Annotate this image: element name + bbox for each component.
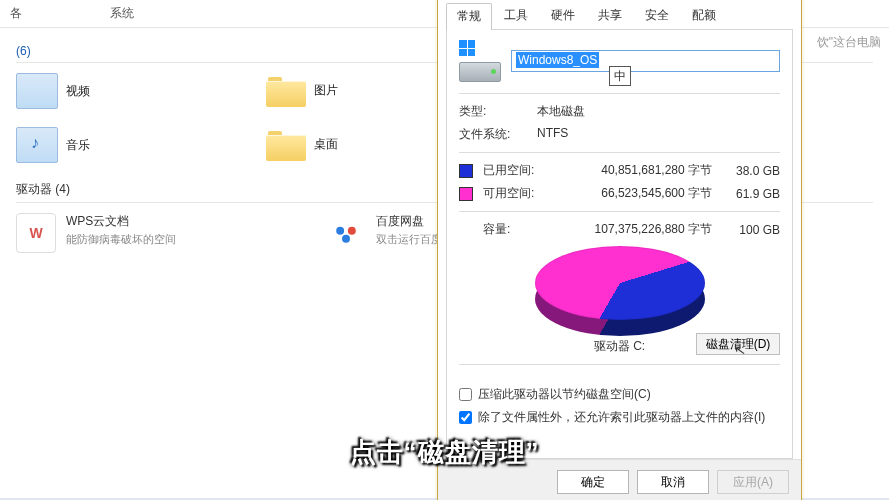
apply-button[interactable]: 应用(A) [717, 470, 789, 494]
tab-tools[interactable]: 工具 [493, 2, 539, 29]
compress-label: 压缩此驱动器以节约磁盘空间(C) [478, 386, 651, 403]
search-placeholder[interactable]: 饮"这台电脑 [817, 34, 881, 51]
capacity-bytes: 107,375,226,880 字节 [553, 221, 712, 238]
drive-c-label: 驱动器 C: [594, 338, 645, 355]
index-checkbox[interactable] [459, 411, 472, 424]
baidu-icon [326, 213, 366, 253]
dialog-buttons: 确定 取消 应用(A) [438, 459, 801, 500]
folder-label: 视频 [66, 83, 90, 100]
tab-body-general: Windows8_OS 中 类型:本地磁盘 文件系统:NTFS 已用空间: 40… [446, 30, 793, 459]
compress-checkbox-row[interactable]: 压缩此驱动器以节约磁盘空间(C) [459, 386, 780, 403]
drive-title: WPS云文档 [66, 213, 176, 230]
tab-security[interactable]: 安全 [634, 2, 680, 29]
tab-quota[interactable]: 配额 [681, 2, 727, 29]
folder-pictures[interactable]: 图片 [266, 73, 406, 107]
folder-icon [266, 73, 306, 107]
divider [459, 211, 780, 212]
disk-usage-pie-icon [535, 246, 705, 336]
folder-videos[interactable]: 视频 [16, 73, 156, 109]
divider [459, 93, 780, 94]
folder-music[interactable]: 音乐 [16, 127, 156, 163]
compress-checkbox[interactable] [459, 388, 472, 401]
tab-general[interactable]: 常规 [446, 3, 492, 30]
type-value: 本地磁盘 [537, 103, 585, 120]
disk-cleanup-button[interactable]: 磁盘清理(D) [696, 333, 780, 355]
svg-point-0 [336, 227, 344, 235]
drive-name-input-value: Windows8_OS [516, 52, 599, 68]
index-checkbox-row[interactable]: 除了文件属性外，还允许索引此驱动器上文件的内容(I) [459, 409, 780, 426]
dialog-tabs: 常规 工具 硬件 共享 安全 配额 [446, 2, 793, 30]
ime-indicator: 中 [609, 66, 631, 86]
used-bytes: 40,851,681,280 字节 [557, 162, 712, 179]
ok-button[interactable]: 确定 [557, 470, 629, 494]
folder-label: 图片 [314, 82, 338, 99]
toolbar-section-1[interactable]: 各 [10, 5, 110, 22]
used-gb: 38.0 GB [722, 164, 780, 178]
drive-subtitle: 能防御病毒破坏的空间 [66, 232, 176, 247]
free-color-swatch [459, 187, 473, 201]
pie-chart-area: 驱动器 C: 磁盘清理(D) ↖ [459, 246, 780, 355]
free-bytes: 66,523,545,600 字节 [557, 185, 712, 202]
folder-label: 桌面 [314, 136, 338, 153]
properties-dialog: 常规 工具 硬件 共享 安全 配额 Windows8_OS 中 类型:本地磁盘 … [437, 0, 802, 500]
drive-name-input[interactable]: Windows8_OS [511, 50, 780, 72]
capacity-gb: 100 GB [722, 223, 780, 237]
music-icon [16, 127, 58, 163]
index-label: 除了文件属性外，还允许索引此驱动器上文件的内容(I) [478, 409, 765, 426]
svg-point-1 [348, 227, 356, 235]
cancel-button[interactable]: 取消 [637, 470, 709, 494]
free-key: 可用空间: [483, 185, 547, 202]
free-gb: 61.9 GB [722, 187, 780, 201]
used-key: 已用空间: [483, 162, 547, 179]
divider [459, 364, 780, 365]
free-space-row: 可用空间: 66,523,545,600 字节 61.9 GB [459, 185, 780, 202]
filesystem-key: 文件系统: [459, 126, 519, 143]
drive-large-icon [459, 40, 501, 82]
capacity-key: 容量: [483, 221, 543, 238]
tab-hardware[interactable]: 硬件 [540, 2, 586, 29]
folder-icon [266, 127, 306, 161]
toolbar-section-2[interactable]: 系统 [110, 5, 210, 22]
tab-sharing[interactable]: 共享 [587, 2, 633, 29]
drive-wps[interactable]: W WPS云文档 能防御病毒破坏的空间 [16, 213, 226, 253]
svg-point-2 [342, 235, 350, 243]
capacity-row: 容量: 107,375,226,880 字节 100 GB [459, 221, 780, 238]
filesystem-value: NTFS [537, 126, 568, 143]
folder-label: 音乐 [66, 137, 90, 154]
videos-icon [16, 73, 58, 109]
used-color-swatch [459, 164, 473, 178]
folder-desktop[interactable]: 桌面 [266, 127, 406, 161]
wps-icon: W [16, 213, 56, 253]
type-key: 类型: [459, 103, 519, 120]
used-space-row: 已用空间: 40,851,681,280 字节 38.0 GB [459, 162, 780, 179]
divider [459, 152, 780, 153]
